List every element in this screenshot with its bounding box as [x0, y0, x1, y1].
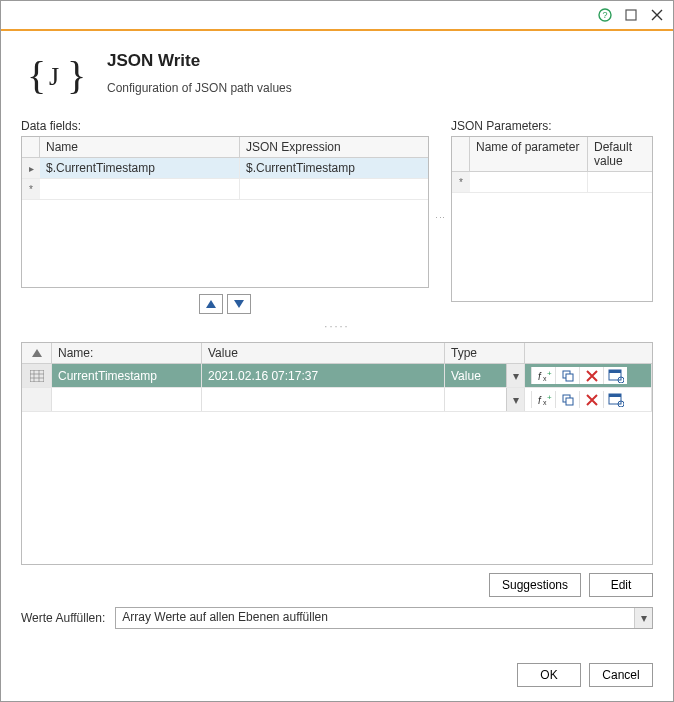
header: {J} JSON Write Configuration of JSON pat… [1, 31, 673, 119]
help-icon[interactable]: ? [597, 7, 613, 23]
move-up-button[interactable] [199, 294, 223, 314]
copy-button[interactable] [555, 391, 579, 408]
svg-text:f: f [538, 395, 542, 406]
value-cell[interactable] [202, 388, 445, 411]
row-indicator-icon: ▸ [22, 158, 40, 178]
col-name[interactable]: Name [40, 137, 240, 157]
df-expr-cell[interactable]: $.CurrentTimestamp [240, 158, 428, 178]
param-new-row[interactable]: * [452, 172, 652, 193]
df-name-cell[interactable]: $.CurrentTimestamp [40, 158, 240, 178]
maximize-icon[interactable] [623, 7, 639, 23]
chevron-down-icon[interactable]: ▾ [506, 388, 524, 411]
params-label: JSON Parameters: [451, 119, 653, 133]
grid-row-icon [22, 364, 52, 387]
copy-button[interactable] [555, 367, 579, 384]
svg-text:{: { [27, 53, 46, 98]
chevron-down-icon[interactable]: ▾ [506, 364, 524, 387]
svg-rect-21 [609, 394, 621, 397]
new-row-icon: * [22, 179, 40, 199]
fill-select[interactable]: Array Werte auf allen Ebenen auffüllen ▾ [115, 607, 653, 629]
value-cell[interactable]: 2021.02.16 07:17:37 [202, 364, 445, 387]
svg-rect-13 [609, 370, 621, 373]
fill-selected-value: Array Werte auf allen Ebenen auffüllen [122, 610, 328, 624]
close-icon[interactable] [649, 7, 665, 23]
fill-label: Werte Auffüllen: [21, 611, 105, 625]
svg-rect-19 [566, 398, 573, 405]
cancel-button[interactable]: Cancel [589, 663, 653, 687]
delete-button[interactable] [579, 391, 603, 408]
edit-button[interactable]: Edit [589, 573, 653, 597]
data-field-new-row[interactable]: * [22, 179, 428, 200]
data-fields-label: Data fields: [21, 119, 429, 133]
data-fields-grid[interactable]: Name JSON Expression ▸ $.CurrentTimestam… [21, 136, 429, 288]
page-subtitle: Configuration of JSON path values [107, 81, 292, 95]
svg-rect-6 [30, 370, 44, 382]
suggestions-button[interactable]: Suggestions [489, 573, 581, 597]
page-title: JSON Write [107, 51, 292, 71]
svg-rect-11 [566, 374, 573, 381]
params-grid[interactable]: Name of parameter Default value * [451, 136, 653, 302]
splitter-handle-icon[interactable]: ⋮ [435, 119, 445, 314]
value-row[interactable]: CurrentTimestamp 2021.02.16 07:17:37 Val… [22, 364, 652, 388]
delete-button[interactable] [579, 367, 603, 384]
sort-column[interactable] [22, 343, 52, 363]
value-row[interactable]: ▾ fx+ [22, 388, 652, 412]
col-json-expr[interactable]: JSON Expression [240, 137, 428, 157]
col-type[interactable]: Type [445, 343, 525, 363]
values-grid[interactable]: Name: Value Type CurrentTimestamp 2021.0… [21, 342, 653, 565]
value-name-cell[interactable]: CurrentTimestamp [52, 364, 202, 387]
svg-text:}: } [67, 53, 86, 98]
ok-button[interactable]: OK [517, 663, 581, 687]
value-name-cell[interactable] [52, 388, 202, 411]
detail-button[interactable] [603, 367, 627, 384]
fx-button[interactable]: fx+ [531, 391, 555, 408]
fx-button[interactable]: fx+ [531, 367, 555, 384]
data-field-row[interactable]: ▸ $.CurrentTimestamp $.CurrentTimestamp [22, 158, 428, 179]
col-value-name[interactable]: Name: [52, 343, 202, 363]
col-default-value[interactable]: Default value [588, 137, 652, 171]
svg-text:+: + [547, 393, 552, 402]
splitter-dots-icon[interactable]: ····· [21, 320, 653, 332]
titlebar: ? [1, 1, 673, 31]
move-down-button[interactable] [227, 294, 251, 314]
new-row-icon: * [452, 172, 470, 192]
svg-text:f: f [538, 371, 542, 382]
detail-button[interactable] [603, 391, 627, 408]
value-type-cell[interactable]: Value▾ [445, 364, 525, 387]
chevron-down-icon[interactable]: ▾ [634, 608, 652, 628]
col-value[interactable]: Value [202, 343, 445, 363]
svg-text:+: + [547, 369, 552, 378]
json-logo-icon: {J} [27, 51, 87, 101]
svg-rect-2 [626, 10, 636, 20]
value-type-cell[interactable]: ▾ [445, 388, 525, 411]
svg-text:J: J [49, 62, 59, 91]
svg-text:?: ? [602, 10, 607, 20]
col-param-name[interactable]: Name of parameter [470, 137, 588, 171]
